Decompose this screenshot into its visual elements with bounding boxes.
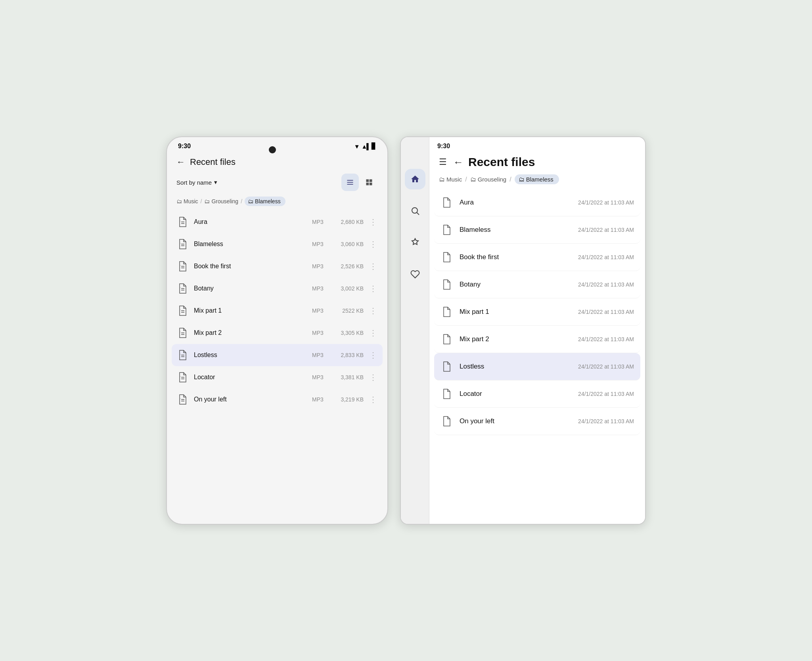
badge-icon	[410, 238, 420, 247]
file-size: 2,833 KB	[336, 352, 364, 358]
tablet-folder-icon-1: 🗂	[439, 176, 445, 183]
phone-header: ← Recent files	[167, 152, 387, 170]
nav-verified[interactable]	[405, 232, 425, 253]
breadcrumb-grouseling[interactable]: 🗂 Grouseling	[204, 198, 238, 204]
nav-favorites[interactable]	[405, 264, 425, 285]
more-options-icon[interactable]: ⋮	[368, 262, 378, 271]
right-tablet: 9:30 ☰ ← Recent files 🗂 Music / 🗂 Grouse…	[400, 136, 646, 525]
tablet-file-date: 24/1/2022 at 11:03 AM	[578, 336, 634, 342]
svg-text:♪: ♪	[180, 309, 181, 311]
more-options-icon[interactable]: ⋮	[368, 328, 378, 338]
file-size: 2522 KB	[336, 308, 364, 314]
file-icon: ♪	[176, 238, 189, 250]
signal-icon: ▲▌	[362, 143, 370, 150]
nav-search[interactable]	[405, 201, 425, 221]
tablet-file-date: 24/1/2022 at 11:03 AM	[578, 391, 634, 397]
more-options-icon[interactable]: ⋮	[368, 373, 378, 382]
svg-text:♪: ♪	[180, 242, 181, 244]
tablet-bc-music[interactable]: 🗂 Music	[439, 176, 462, 183]
file-size: 3,381 KB	[336, 374, 364, 380]
phone-file-item[interactable]: ♪ Mix part 2 MP3 3,305 KB ⋮	[172, 322, 383, 344]
phone-file-item[interactable]: ♪ Botany MP3 3,002 KB ⋮	[172, 277, 383, 300]
tablet-file-item[interactable]: Lostless 24/1/2022 at 11:03 AM	[434, 353, 640, 380]
svg-rect-5	[366, 183, 369, 185]
tablet-main: 9:30 ☰ ← Recent files 🗂 Music / 🗂 Grouse…	[429, 137, 645, 524]
svg-line-35	[417, 213, 419, 215]
sort-button[interactable]: Sort by name ▾	[176, 179, 217, 186]
left-phone: 9:30 ▼ ▲▌ ▊ ← Recent files Sort by name …	[166, 136, 388, 525]
folder-icon-3: 🗂	[248, 198, 253, 204]
tablet-back-button[interactable]: ←	[453, 156, 463, 168]
more-options-icon[interactable]: ⋮	[368, 306, 378, 315]
tablet-file-item[interactable]: Mix part 1 24/1/2022 at 11:03 AM	[434, 298, 640, 326]
tablet-file-name: Mix part 1	[460, 308, 572, 316]
tablet-file-item[interactable]: Aura 24/1/2022 at 11:03 AM	[434, 189, 640, 216]
breadcrumb: 🗂 Music / 🗂 Grouseling / 🗂 Blameless	[167, 194, 387, 211]
svg-text:♪: ♪	[180, 375, 181, 377]
tablet-file-icon	[440, 360, 453, 373]
phone-file-item[interactable]: ♪ Aura MP3 2,680 KB ⋮	[172, 211, 383, 233]
phone-file-item[interactable]: ♪ Book the first MP3 2,526 KB ⋮	[172, 255, 383, 277]
tablet-file-name: Aura	[460, 199, 572, 206]
breadcrumb-sep-2: /	[241, 198, 242, 204]
tablet-file-item[interactable]: Blameless 24/1/2022 at 11:03 AM	[434, 216, 640, 244]
file-type: MP3	[312, 396, 331, 403]
grid-view-button[interactable]	[360, 174, 378, 191]
phone-file-item[interactable]: ♪ Blameless MP3 3,060 KB ⋮	[172, 233, 383, 255]
phone-file-item[interactable]: ♪ Lostless MP3 2,833 KB ⋮	[172, 344, 383, 366]
tablet-file-item[interactable]: Mix part 2 24/1/2022 at 11:03 AM	[434, 326, 640, 353]
svg-text:♪: ♪	[180, 353, 181, 355]
tablet-file-name: Lostless	[460, 363, 572, 371]
view-toggles	[341, 174, 378, 191]
breadcrumb-blameless-label: Blameless	[255, 198, 281, 204]
more-options-icon[interactable]: ⋮	[368, 217, 378, 227]
tablet-bc-grouseling[interactable]: 🗂 Grouseling	[470, 176, 507, 183]
file-icon: ♪	[176, 393, 189, 406]
more-options-icon[interactable]: ⋮	[368, 239, 378, 249]
search-icon	[410, 206, 420, 216]
svg-rect-1	[347, 182, 353, 183]
nav-home[interactable]	[405, 169, 425, 189]
back-button[interactable]: ←	[176, 157, 185, 167]
tablet-file-icon	[440, 415, 453, 428]
breadcrumb-music[interactable]: 🗂 Music	[176, 198, 198, 204]
svg-text:♪: ♪	[180, 220, 181, 222]
tablet-file-name: On your left	[460, 417, 572, 425]
tablet-breadcrumb: 🗂 Music / 🗂 Grouseling / 🗂 Blameless	[429, 173, 645, 189]
tablet-bc-blameless[interactable]: 🗂 Blameless	[515, 174, 559, 184]
file-name: Locator	[194, 374, 307, 381]
tablet-file-item[interactable]: Botany 24/1/2022 at 11:03 AM	[434, 271, 640, 298]
hamburger-menu-icon[interactable]: ☰	[439, 157, 447, 167]
tablet-file-date: 24/1/2022 at 11:03 AM	[578, 363, 634, 370]
camera-dot	[269, 146, 276, 153]
wifi-icon: ▼	[354, 143, 360, 150]
file-type: MP3	[312, 330, 331, 336]
more-options-icon[interactable]: ⋮	[368, 284, 378, 293]
tablet-nav	[401, 137, 429, 524]
svg-text:♪: ♪	[180, 397, 181, 399]
tablet-file-name: Mix part 2	[460, 335, 572, 343]
tablet-file-item[interactable]: On your left 24/1/2022 at 11:03 AM	[434, 408, 640, 435]
tablet-file-date: 24/1/2022 at 11:03 AM	[578, 281, 634, 288]
phone-file-item[interactable]: ♪ Locator MP3 3,381 KB ⋮	[172, 366, 383, 388]
tablet-file-item[interactable]: Locator 24/1/2022 at 11:03 AM	[434, 380, 640, 408]
file-icon: ♪	[176, 304, 189, 317]
phone-file-item[interactable]: ♪ Mix part 1 MP3 2522 KB ⋮	[172, 300, 383, 322]
tablet-file-date: 24/1/2022 at 11:03 AM	[578, 199, 634, 206]
chevron-down-icon: ▾	[214, 179, 217, 186]
tablet-folder-icon-3: 🗂	[519, 176, 525, 183]
tablet-file-icon	[440, 306, 453, 318]
breadcrumb-blameless[interactable]: 🗂 Blameless	[245, 197, 285, 206]
tablet-file-icon	[440, 196, 453, 209]
tablet-file-name: Botany	[460, 281, 572, 288]
more-options-icon[interactable]: ⋮	[368, 350, 378, 360]
file-icon: ♪	[176, 349, 189, 361]
more-options-icon[interactable]: ⋮	[368, 395, 378, 404]
list-view-button[interactable]	[341, 174, 359, 191]
file-type: MP3	[312, 285, 331, 292]
phone-file-item[interactable]: ♪ On your left MP3 3,219 KB ⋮	[172, 388, 383, 411]
folder-icon-2: 🗂	[204, 198, 210, 204]
svg-text:♪: ♪	[180, 264, 181, 266]
folder-icon: 🗂	[176, 198, 182, 204]
tablet-file-item[interactable]: Book the first 24/1/2022 at 11:03 AM	[434, 244, 640, 271]
